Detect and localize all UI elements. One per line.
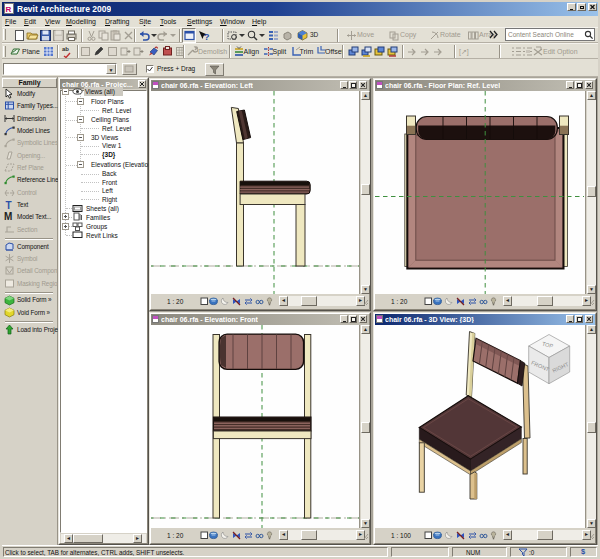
svg-text:[↗]: [↗] <box>459 48 469 56</box>
svg-text:M: M <box>4 211 12 222</box>
svg-text:ab: ab <box>62 46 69 52</box>
svg-text:R: R <box>6 5 12 14</box>
svg-text:?: ? <box>204 32 210 42</box>
svg-text:T: T <box>6 200 12 211</box>
